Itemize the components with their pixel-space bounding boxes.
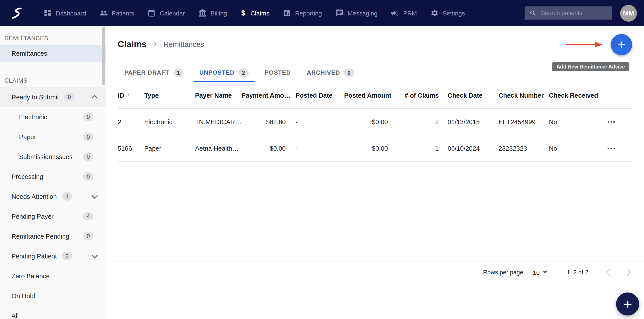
claims-dollar-icon: $ [240, 8, 246, 17]
column-header-payer-name[interactable]: Payer Name [195, 92, 242, 99]
nav-item-messaging[interactable]: Messaging [335, 9, 378, 17]
tab-posted[interactable]: POSTED [258, 64, 298, 82]
sidebar-item-label: All [12, 312, 18, 319]
expand-control[interactable] [90, 195, 100, 198]
column-header-label: ID [118, 92, 124, 99]
tab-paper-draft[interactable]: PAPER DRAFT 1 [118, 64, 190, 82]
tab-archived[interactable]: ARCHIVED 0 [300, 64, 361, 82]
previous-page-button[interactable] [606, 269, 612, 276]
nav-item-settings[interactable]: Settings [430, 9, 465, 17]
nav-item-claims[interactable]: $ Claims [240, 8, 270, 17]
sidebar-item-label: Pending Patient [12, 253, 57, 260]
sidebar-item-all[interactable]: All [0, 306, 106, 319]
sidebar-item-electronic[interactable]: Electronic 0 [0, 107, 106, 127]
nav-item-dashboard[interactable]: Dashboard [43, 9, 86, 17]
plus-icon [622, 299, 633, 310]
add-remittance-button[interactable] [611, 34, 632, 55]
patient-search-box[interactable] [524, 6, 612, 20]
table-row[interactable]: 2 Electronic TN MEDICAR… $62.60 - $0.00 … [118, 109, 632, 135]
expand-control[interactable] [90, 255, 100, 257]
cell-check-received: No [542, 145, 595, 152]
nav-label: PRM [403, 9, 417, 16]
count-badge: 0 [83, 172, 93, 181]
floating-add-button[interactable] [616, 293, 639, 316]
tab-unposted[interactable]: UNPOSTED 2 [192, 64, 256, 82]
gear-icon [430, 9, 438, 17]
sidebar-item-processing[interactable]: Processing 0 [0, 167, 106, 186]
sidebar-item-submission-issues[interactable]: Submission Issues 0 [0, 147, 106, 167]
sidebar-item-label: Pending Payer [12, 213, 54, 220]
column-header-type[interactable]: Type [144, 92, 195, 99]
column-header-check-received[interactable]: Check Received [542, 92, 595, 99]
sidebar-item-needs-attention[interactable]: Needs Attention 1 [0, 186, 106, 206]
column-header-posted-date[interactable]: Posted Date [286, 92, 344, 99]
collapse-control[interactable] [90, 94, 100, 100]
nav-label: Dashboard [56, 9, 86, 16]
tab-label: UNPOSTED [199, 69, 235, 76]
column-header-num-claims[interactable]: # of Claims [388, 92, 439, 99]
column-header-check-number[interactable]: Check Number [492, 92, 542, 99]
nav-item-billing[interactable]: Billing [198, 9, 227, 17]
sidebar-item-label: On Hold [12, 292, 35, 299]
column-header-id[interactable]: ID ↑ [118, 92, 144, 99]
cell-posted-date: - [286, 118, 344, 125]
nav-label: Messaging [348, 9, 378, 16]
sidebar-scrollbar-thumb[interactable] [102, 27, 105, 85]
column-header-posted-amount[interactable]: Posted Amount [344, 92, 388, 99]
rows-per-page-label: Rows per page: [483, 269, 525, 276]
nav-item-calendar[interactable]: Calendar [147, 9, 185, 17]
table-pagination: Rows per page: 10 1–2 of 2 [106, 262, 644, 283]
nav-label: Settings [442, 9, 465, 16]
count-badge: 0 [83, 133, 93, 141]
nav-item-patients[interactable]: Patients [99, 9, 134, 17]
sidebar-item-paper[interactable]: Paper 0 [0, 127, 106, 147]
sidebar-item-remittances[interactable]: Remittances [0, 45, 106, 62]
row-more-actions-button[interactable] [606, 143, 617, 153]
more-horiz-icon [606, 117, 616, 127]
column-header-check-date[interactable]: Check Date [439, 92, 492, 99]
cell-posted-amount: $0.00 [344, 145, 388, 152]
red-annotation-arrow [565, 41, 603, 49]
reporting-icon [283, 9, 291, 17]
sidebar-item-label: Zero Balance [12, 272, 50, 280]
tab-label: ARCHIVED [307, 69, 340, 76]
sidebar-item-remittance-pending[interactable]: Remittance Pending 0 [0, 226, 106, 246]
count-badge: 0 [64, 93, 74, 101]
sidebar-item-pending-patient[interactable]: Pending Patient 2 [0, 246, 106, 266]
nav-label: Patients [112, 9, 134, 16]
cell-id: 5166 [118, 145, 144, 152]
nav-item-reporting[interactable]: Reporting [283, 9, 322, 17]
user-avatar[interactable]: MM [620, 5, 637, 21]
nav-item-prm[interactable]: PRM [391, 9, 417, 17]
cell-num-claims: 2 [388, 118, 439, 125]
search-input[interactable] [540, 9, 607, 17]
cell-posted-amount: $0.00 [344, 118, 388, 125]
chevron-up-icon [92, 95, 98, 101]
sidebar-item-on-hold[interactable]: On Hold [0, 286, 106, 306]
pagination-buttons [607, 270, 630, 275]
row-more-actions-button[interactable] [606, 117, 617, 127]
top-navigation-bar: Dashboard Patients Calendar Billing $ Cl… [0, 0, 644, 26]
table-header-row: ID ↑ Type Payer Name Payment Amo… Posted… [118, 82, 632, 109]
sidebar-item-zero-balance[interactable]: Zero Balance [0, 266, 106, 286]
column-header-payment-amount[interactable]: Payment Amo… [242, 92, 286, 99]
dropdown-caret-icon [543, 271, 547, 274]
cell-check-date: 01/13/2015 [439, 118, 492, 125]
more-horiz-icon [606, 143, 616, 153]
calendar-icon [147, 9, 156, 17]
sidebar-section-remittances: REMITTANCES [0, 31, 106, 45]
count-badge: 0 [83, 152, 93, 161]
count-badge: 1 [62, 192, 72, 201]
table-row[interactable]: 5166 Paper Aetna Health… $0.00 - $0.00 1… [118, 135, 632, 162]
sort-asc-icon: ↑ [127, 92, 130, 98]
sidebar-item-pending-payer[interactable]: Pending Payer 4 [0, 206, 106, 226]
cell-payment-amount: $62.60 [242, 118, 286, 125]
tab-count-badge: 1 [173, 68, 183, 77]
sidebar-item-ready-to-submit[interactable]: Ready to Submit 0 [0, 87, 106, 107]
brand-logo[interactable] [9, 5, 25, 21]
rows-per-page-select[interactable]: 10 [533, 269, 547, 276]
cell-payer-name: Aetna Health… [195, 145, 242, 152]
next-page-button[interactable] [624, 269, 631, 276]
breadcrumb-parent[interactable]: Claims [118, 39, 146, 49]
pagination-range: 1–2 of 2 [566, 269, 588, 276]
